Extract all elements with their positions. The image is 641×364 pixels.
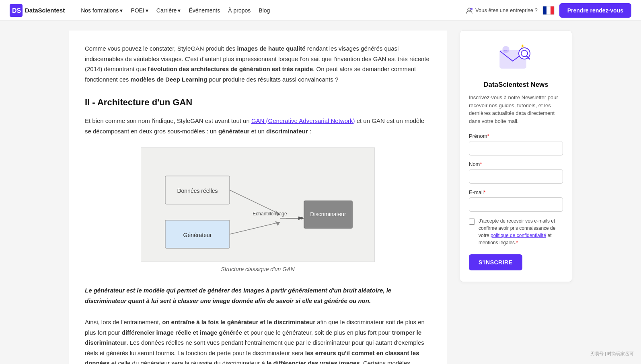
privacy-link[interactable]: politique de confidentialité (491, 233, 546, 238)
email-required: * (484, 189, 486, 195)
logo[interactable]: DS DataScientest (10, 4, 65, 17)
watermark: 刃易号 | 时尚玩家岳可 (590, 351, 634, 357)
logo-text: DataScientest (25, 7, 65, 14)
nom-required: * (480, 161, 482, 167)
prenom-required: * (487, 133, 489, 139)
email-label: E-mail* (469, 189, 563, 195)
bottom-paragraph: Ainsi, lors de l'entrainement, on entraî… (85, 317, 431, 364)
newsletter-icon: ★ ... (498, 42, 534, 74)
svg-text:Echantillonnage: Echantillonnage (253, 211, 287, 217)
nav-evenements[interactable]: Événements (185, 5, 223, 16)
blockquote: Le générateur est le modèle qui permet d… (85, 285, 431, 306)
nom-label: Nom* (469, 161, 563, 167)
nav-nos-formations[interactable]: Nos formations ▾ (78, 5, 126, 16)
diagram-svg: Données réelles Générateur (141, 147, 375, 262)
svg-text:DS: DS (12, 7, 21, 14)
main-content: Comme vous pouvez le constater, StyleGAN… (69, 31, 447, 364)
section-para1: Et bien comme son nom l'indique, StyleGA… (85, 116, 431, 136)
navbar: DS DataScientest Nos formations ▾ POEI ▾… (0, 0, 641, 21)
rdv-button[interactable]: Prendre rendez-vous (559, 3, 631, 18)
enterprise-icon (466, 7, 473, 14)
nom-input[interactable] (469, 169, 563, 184)
svg-text:Générateur: Générateur (183, 232, 212, 238)
sidebar-title: DataScientest News (469, 81, 563, 89)
svg-marker-15 (301, 217, 304, 220)
language-flag[interactable] (542, 6, 555, 15)
sidebar-desc: Inscrivez-vous à notre Newsletter pour r… (469, 94, 563, 125)
nav-poei[interactable]: POEI ▾ (127, 5, 151, 16)
enterprise-button[interactable]: Vous êtes une entreprise ? (466, 7, 538, 14)
chevron-down-icon: ▾ (146, 7, 148, 14)
chevron-down-icon: ▾ (178, 7, 181, 14)
nav-carriere[interactable]: Carrière ▾ (153, 5, 184, 16)
email-input[interactable] (469, 197, 563, 212)
svg-text:Discriminateur: Discriminateur (310, 211, 346, 217)
svg-text:★: ★ (520, 43, 525, 49)
subscribe-button[interactable]: S'INSCRIRE (469, 254, 522, 270)
diagram-caption: Structure classique d'un GAN (221, 266, 294, 272)
chevron-down-icon: ▾ (120, 7, 123, 14)
consent-text: J'accepte de recevoir vos e-mails et con… (479, 217, 563, 246)
navbar-right: Vous êtes une entreprise ? Prendre rende… (466, 3, 631, 18)
sidebar: ★ ... DataScientest News Inscrivez-vous … (460, 31, 572, 364)
sidebar-icon-wrap: ★ ... (469, 42, 563, 74)
svg-text:...: ... (504, 47, 507, 52)
svg-marker-11 (275, 221, 280, 226)
gan-link[interactable]: GAN (Generative Adversarial Network) (251, 117, 355, 124)
nav-blog[interactable]: Blog (255, 5, 273, 16)
section-title: II - Architecture d'un GAN (85, 97, 431, 108)
logo-icon: DS (10, 4, 23, 17)
prenom-input[interactable] (469, 141, 563, 155)
nav-apropos[interactable]: À propos (225, 5, 254, 16)
svg-text:Données réelles: Données réelles (177, 188, 218, 194)
navbar-nav: Nos formations ▾ POEI ▾ Carrière ▾ Événe… (78, 5, 466, 16)
page-wrapper: Comme vous pouvez le constater, StyleGAN… (59, 21, 582, 364)
consent-row: J'accepte de recevoir vos e-mails et con… (469, 217, 563, 246)
prenom-label: Prénom* (469, 133, 563, 139)
diagram-container: Données réelles Générateur (85, 147, 431, 272)
svg-line-8 (230, 190, 280, 214)
svg-rect-3 (470, 8, 473, 10)
consent-checkbox[interactable] (469, 219, 475, 225)
svg-line-10 (230, 222, 280, 234)
intro-paragraph: Comme vous pouvez le constater, StyleGAN… (85, 43, 431, 84)
sidebar-card: ★ ... DataScientest News Inscrivez-vous … (460, 31, 572, 282)
